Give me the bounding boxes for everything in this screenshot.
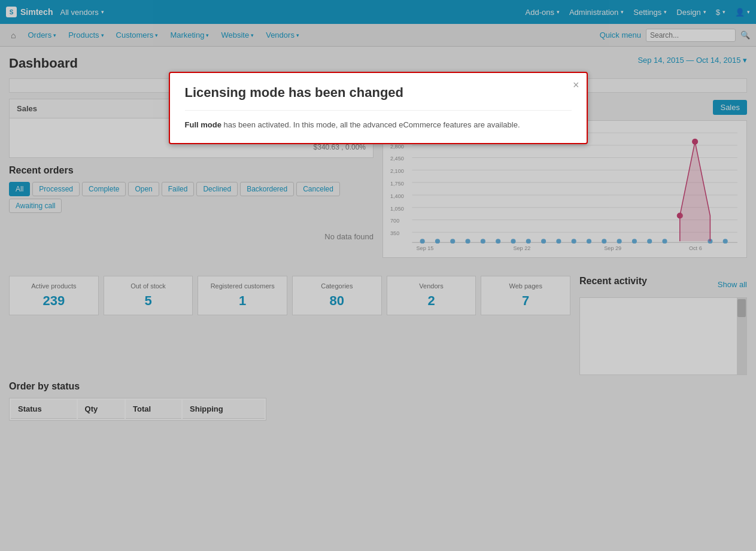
modal-bold-text: Full mode bbox=[185, 120, 221, 129]
modal-close-button[interactable]: × bbox=[573, 79, 579, 92]
modal-body-text: has been activated. In this mode, all th… bbox=[224, 120, 520, 129]
modal-title: Licensing mode has been changed bbox=[185, 85, 572, 101]
modal-overlay[interactable]: Licensing mode has been changed × Full m… bbox=[0, 0, 756, 430]
licensing-modal: Licensing mode has been changed × Full m… bbox=[169, 72, 588, 144]
modal-body: Full mode has been activated. In this mo… bbox=[185, 119, 572, 131]
